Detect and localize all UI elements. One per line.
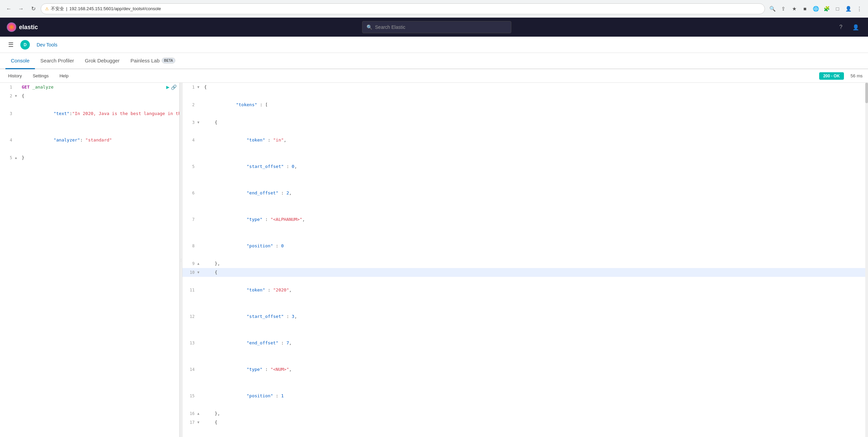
code-lines: 1 GET _analyze ▶ 🔗 2 ▼ { 3 "text":"I	[0, 83, 179, 162]
settings-button[interactable]: Settings	[30, 72, 51, 80]
forward-button[interactable]: →	[16, 4, 26, 14]
browser-actions: 🔍 ⇪ ★ ■ 🌐 🧩 □ 👤 ⋮	[768, 4, 864, 14]
puzzle-btn[interactable]: 🧩	[822, 4, 831, 14]
address-bar[interactable]: ⚠ 不安全 | 192.168.245.151:5601/app/dev_too…	[41, 3, 765, 14]
tab-painless-lab[interactable]: Painless Lab BETA	[125, 53, 181, 69]
elastic-logo-text: elastic	[19, 24, 38, 31]
security-label: 不安全	[51, 6, 64, 12]
elastic-search-input[interactable]: 🔍 Search Elastic	[362, 21, 511, 33]
time-badge: 56 ms	[851, 73, 863, 78]
dev-tools-avatar: D	[20, 40, 30, 50]
output-line-7: 7 "type" : "<ALPHANUM>",	[182, 206, 868, 233]
security-icon: ⚠	[45, 6, 49, 11]
tab-search-profiler[interactable]: Search Profiler	[35, 53, 79, 69]
hamburger-button[interactable]: ☰	[5, 39, 16, 50]
output-line-15: 15 "position" : 1	[182, 383, 868, 409]
tabs-bar: Console Search Profiler Grok Debugger Pa…	[0, 53, 868, 69]
help-button[interactable]: Help	[57, 72, 71, 80]
app-toolbar: ☰ D Dev Tools	[0, 37, 868, 53]
output-panel[interactable]: 1 ▼ { 2 "tokens" : [ 3 ▼ { 4	[182, 83, 868, 437]
output-line-10: 10 ▼ {	[182, 268, 868, 277]
share-btn[interactable]: ⇪	[778, 4, 788, 14]
sub-toolbar: History Settings Help 200 - OK 56 ms	[0, 69, 868, 83]
code-line-3: 3 "text":"In 2020, Java is the best lang…	[0, 100, 179, 127]
beta-badge: BETA	[162, 58, 175, 63]
browser-chrome: ← → ↻ ⚠ 不安全 | 192.168.245.151:5601/app/d…	[0, 0, 868, 18]
resize-handle[interactable]: ⋮	[180, 83, 182, 437]
output-line-6: 6 "end_offset" : 2,	[182, 180, 868, 206]
elastic-logo[interactable]: elastic	[7, 22, 38, 32]
output-line-16: 16 ▲ },	[182, 409, 868, 418]
code-line-4: 4 "analyzer": "standard"	[0, 127, 179, 153]
scrollbar[interactable]	[865, 83, 868, 437]
elastic-logo-icon	[7, 22, 16, 32]
output-line-2: 2 "tokens" : [	[182, 92, 868, 118]
output-line-1: 1 ▼ {	[182, 83, 868, 92]
output-line-12: 12 "start_offset" : 3,	[182, 303, 868, 330]
output-line-8: 8 "position" : 0	[182, 233, 868, 259]
output-line-11: 11 "token" : "2020",	[182, 277, 868, 303]
tab-grok-debugger[interactable]: Grok Debugger	[79, 53, 125, 69]
help-icon-btn[interactable]: ?	[835, 22, 846, 33]
search-icon-btn[interactable]: 🔍	[768, 4, 777, 14]
translate-btn[interactable]: 🌐	[811, 4, 821, 14]
line-actions: ▶ 🔗	[166, 83, 177, 92]
run-button[interactable]: ▶	[166, 83, 170, 92]
elastic-header: elastic 🔍 Search Elastic ? 👤	[0, 18, 868, 37]
output-line-14: 14 "type" : "<NUM>",	[182, 356, 868, 383]
layout-btn[interactable]: □	[833, 4, 842, 14]
menu-btn[interactable]: ⋮	[854, 4, 864, 14]
search-placeholder: Search Elastic	[375, 24, 405, 30]
search-icon: 🔍	[367, 24, 372, 30]
scrollbar-thumb[interactable]	[865, 83, 868, 103]
code-line-5: 5 ▲ }	[0, 153, 179, 162]
url-text: 192.168.245.151:5601/app/dev_tools#/cons…	[69, 6, 161, 11]
output-line-4: 4 "token" : "in",	[182, 127, 868, 153]
dev-tools-label[interactable]: Dev Tools	[34, 41, 60, 49]
tab-console[interactable]: Console	[5, 53, 35, 69]
code-line-2: 2 ▼ {	[0, 92, 179, 100]
output-line-18: 18 "token" : "java",	[182, 427, 868, 437]
output-line-17: 17 ▼ {	[182, 418, 868, 427]
output-lines: 1 ▼ { 2 "tokens" : [ 3 ▼ { 4	[182, 83, 868, 437]
output-line-5: 5 "start_offset" : 0,	[182, 153, 868, 180]
back-button[interactable]: ←	[4, 4, 14, 14]
tools-icon[interactable]: 🔗	[171, 83, 177, 92]
editor-panel[interactable]: 1 GET _analyze ▶ 🔗 2 ▼ { 3 "text":"I	[0, 83, 180, 437]
reload-button[interactable]: ↻	[28, 4, 38, 14]
bookmark-btn[interactable]: ★	[789, 4, 799, 14]
profile-btn[interactable]: 👤	[844, 4, 853, 14]
header-actions: ? 👤	[835, 22, 861, 33]
user-icon-btn[interactable]: 👤	[850, 22, 861, 33]
history-button[interactable]: History	[5, 72, 24, 80]
code-line-1: 1 GET _analyze ▶ 🔗	[0, 83, 179, 92]
extension-btn[interactable]: ■	[800, 4, 810, 14]
editor-area: 1 GET _analyze ▶ 🔗 2 ▼ { 3 "text":"I	[0, 83, 868, 437]
output-line-9: 9 ▲ },	[182, 259, 868, 268]
status-badge: 200 - OK	[819, 72, 844, 80]
output-line-3: 3 ▼ {	[182, 118, 868, 127]
output-line-13: 13 "end_offset" : 7,	[182, 330, 868, 356]
